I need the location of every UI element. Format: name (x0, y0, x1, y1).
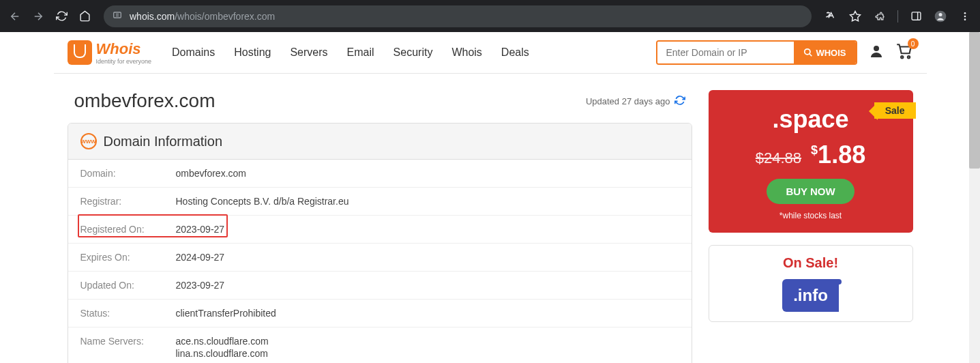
svg-point-10 (907, 56, 909, 58)
logo[interactable]: Whois Identity for everyone (68, 40, 152, 65)
site-info-icon[interactable] (112, 10, 123, 23)
svg-point-5 (964, 15, 966, 17)
onsale-card: On Sale! .info (709, 245, 913, 322)
info-row: Name Servers:ace.ns.cloudflare.comlina.n… (68, 328, 692, 363)
info-label: Registered On: (80, 224, 176, 235)
sidepanel-icon[interactable] (906, 7, 925, 26)
info-row: Domain:ombevforex.com (68, 160, 692, 188)
old-price: $24.88 (756, 149, 801, 167)
search-icon (803, 48, 813, 57)
info-value: 2024-09-27 (176, 252, 225, 263)
cart-icon[interactable]: 0 (895, 42, 913, 63)
logo-text: Whois (96, 40, 141, 57)
info-tld-badge[interactable]: .info (782, 279, 839, 312)
forward-button[interactable] (29, 7, 48, 26)
search-input[interactable] (657, 42, 794, 63)
info-value: 2023-09-27 (176, 224, 225, 235)
page-title: ombevforex.com (74, 90, 216, 112)
domain-search: WHOIS (656, 40, 857, 65)
svg-point-8 (874, 46, 879, 51)
back-button[interactable] (5, 7, 25, 26)
sale-badge: Sale (874, 102, 916, 119)
browser-toolbar: whois.com/whois/ombevforex.com (0, 0, 980, 32)
url-text: whois.com/whois/ombevforex.com (130, 11, 275, 22)
bookmark-icon[interactable] (846, 7, 865, 26)
search-button[interactable]: WHOIS (794, 42, 855, 63)
info-row: Registrar:Hosting Concepts B.V. d/b/a Re… (68, 188, 692, 216)
updated-text: Updated 27 days ago (586, 96, 670, 106)
svg-point-3 (939, 13, 942, 16)
info-value: ace.ns.cloudflare.comlina.ns.cloudflare.… (176, 336, 269, 359)
home-button[interactable] (75, 7, 94, 26)
search-button-label: WHOIS (816, 48, 846, 58)
nav-hosting[interactable]: Hosting (234, 46, 271, 59)
info-value: Hosting Concepts B.V. d/b/a Registrar.eu (176, 196, 349, 207)
nav-email[interactable]: Email (347, 46, 374, 59)
card-header: WWW Domain Information (68, 124, 692, 160)
info-label: Name Servers: (80, 336, 176, 359)
translate-icon[interactable] (821, 7, 840, 26)
card-title: Domain Information (104, 134, 223, 149)
logo-tagline: Identity for everyone (96, 58, 152, 65)
info-value: 2023-09-27 (176, 280, 225, 291)
promo-card: Sale .space $24.88 $1.88 BUY NOW *while … (709, 90, 913, 233)
info-row: Updated On:2023-09-27 (68, 272, 692, 300)
main-nav: Domains Hosting Servers Email Security W… (172, 46, 529, 59)
svg-point-9 (901, 56, 903, 58)
cart-count: 0 (908, 38, 919, 49)
svg-point-7 (805, 49, 810, 55)
scroll-thumb[interactable] (969, 32, 980, 169)
svg-point-4 (964, 12, 966, 14)
info-row: Status:clientTransferProhibited (68, 300, 692, 328)
info-label: Updated On: (80, 280, 176, 291)
svg-rect-0 (114, 12, 121, 18)
info-row: Expires On:2024-09-27 (68, 244, 692, 272)
profile-icon[interactable] (931, 7, 950, 26)
info-row: Registered On:2023-09-27 (68, 216, 692, 244)
new-price: $1.88 (811, 141, 865, 169)
scrollbar[interactable] (969, 32, 980, 363)
updated-info: Updated 27 days ago (586, 95, 685, 108)
logo-mark (68, 40, 92, 65)
separator (897, 10, 898, 23)
extensions-icon[interactable] (870, 7, 889, 26)
nav-servers[interactable]: Servers (290, 46, 327, 59)
site-header: Whois Identity for everyone Domains Host… (54, 32, 927, 74)
stock-note: *while stocks last (721, 211, 901, 220)
info-value: ombevforex.com (176, 168, 246, 179)
nav-domains[interactable]: Domains (172, 46, 215, 59)
nav-deals[interactable]: Deals (501, 46, 529, 59)
onsale-title: On Sale! (719, 255, 903, 271)
address-bar[interactable]: whois.com/whois/ombevforex.com (104, 5, 812, 27)
account-icon[interactable] (868, 43, 885, 62)
info-label: Status: (80, 308, 176, 319)
menu-icon[interactable] (955, 7, 975, 26)
info-label: Registrar: (80, 196, 176, 207)
refresh-icon[interactable] (674, 95, 685, 108)
www-icon: WWW (80, 133, 97, 149)
info-label: Domain: (80, 168, 176, 179)
svg-point-6 (964, 18, 966, 20)
info-value: clientTransferProhibited (176, 308, 276, 319)
nav-security[interactable]: Security (394, 46, 433, 59)
nav-whois[interactable]: Whois (451, 46, 481, 59)
info-label: Expires On: (80, 252, 176, 263)
reload-button[interactable] (52, 7, 71, 26)
domain-info-card: WWW Domain Information Domain:ombevforex… (68, 123, 692, 363)
svg-rect-1 (912, 12, 921, 20)
buy-button[interactable]: BUY NOW (767, 179, 854, 204)
